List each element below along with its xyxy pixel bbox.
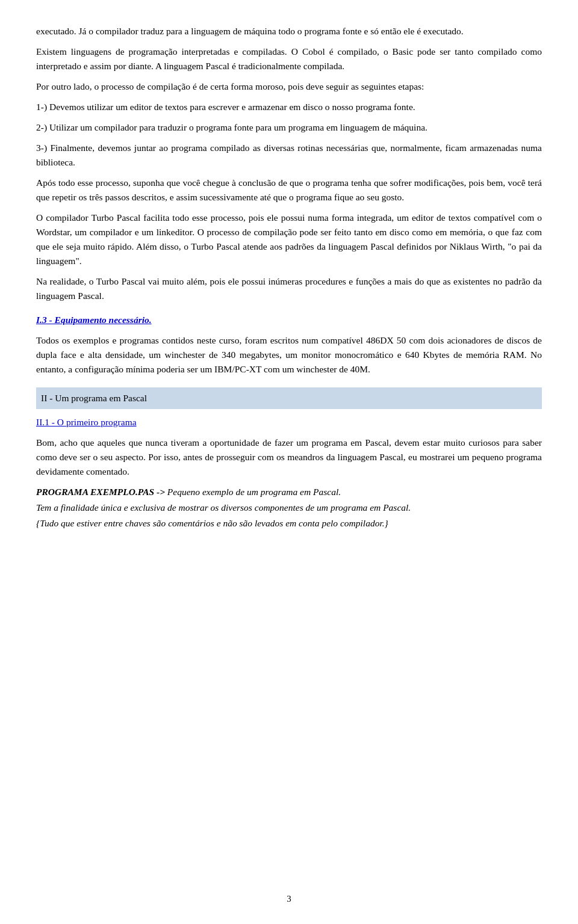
- section-ii1-label: II.1 - O primeiro programa: [36, 417, 137, 427]
- program-line1-italic: Pequeno exemplo de um programa em Pascal…: [165, 487, 341, 497]
- text-1-devemos: 1-) Devemos utilizar um editor de textos…: [36, 100, 542, 114]
- equipamento-paragraph: Todos os exemplos e programas contidos n…: [36, 333, 542, 377]
- program-line-2: Tem a finalidade única e exclusiva de mo…: [36, 500, 542, 515]
- program-line-1: PROGRAMA EXEMPLO.PAS -> Pequeno exemplo …: [36, 485, 542, 499]
- paragraph-4: 1-) Devemos utilizar um editor de textos…: [36, 100, 542, 114]
- section-i3-heading: I.3 - Equipamento necessário.: [36, 313, 542, 327]
- text-apos: Após todo esse processo, suponha que voc…: [36, 176, 542, 205]
- paragraph-6: 3-) Finalmente, devemos juntar ao progra…: [36, 141, 542, 170]
- paragraph-1: executado. Já o compilador traduz para a…: [36, 24, 542, 38]
- text-2-utilizar: 2-) Utilizar um compilador para traduzir…: [36, 120, 542, 135]
- ii1-paragraph: Bom, acho que aqueles que nunca tiveram …: [36, 436, 542, 479]
- paragraph-7: Após todo esse processo, suponha que voc…: [36, 176, 542, 205]
- program-line-3: {Tudo que estiver entre chaves são comen…: [36, 516, 542, 531]
- paragraph-5: 2-) Utilizar um compilador para traduzir…: [36, 120, 542, 135]
- program-example-block: PROGRAMA EXEMPLO.PAS -> Pequeno exemplo …: [36, 485, 542, 531]
- paragraph-3: Por outro lado, o processo de compilação…: [36, 79, 542, 94]
- text-existem: Existem linguagens de programação interp…: [36, 45, 542, 73]
- text-todos-exemplos: Todos os exemplos e programas contidos n…: [36, 333, 542, 377]
- program-line2-text: Tem a finalidade única e exclusiva de mo…: [36, 502, 411, 513]
- page-number: 3: [36, 892, 542, 906]
- text-bom-acho: Bom, acho que aqueles que nunca tiveram …: [36, 436, 542, 479]
- section-i3-label: I.3 - Equipamento necessário.: [36, 315, 152, 325]
- paragraph-9: Na realidade, o Turbo Pascal vai muito a…: [36, 274, 542, 303]
- program-line1-bold: PROGRAMA EXEMPLO.PAS ->: [36, 487, 165, 497]
- section-ii-heading: II - Um programa em Pascal: [36, 387, 542, 409]
- paragraph-2: Existem linguagens de programação interp…: [36, 45, 542, 73]
- section-ii-label: II - Um programa em Pascal: [41, 393, 147, 403]
- text-executado: executado. Já o compilador traduz para a…: [36, 24, 542, 38]
- text-3-finalmente: 3-) Finalmente, devemos juntar ao progra…: [36, 141, 542, 170]
- section-ii1-heading: II.1 - O primeiro programa: [36, 415, 542, 430]
- page: executado. Já o compilador traduz para a…: [0, 0, 578, 924]
- text-na-realidade: Na realidade, o Turbo Pascal vai muito a…: [36, 274, 542, 303]
- program-line3-text: {Tudo que estiver entre chaves são comen…: [36, 518, 388, 528]
- text-por-outro: Por outro lado, o processo de compilação…: [36, 79, 542, 94]
- text-compilador-turbo: O compilador Turbo Pascal facilita todo …: [36, 211, 542, 268]
- paragraph-8: O compilador Turbo Pascal facilita todo …: [36, 211, 542, 268]
